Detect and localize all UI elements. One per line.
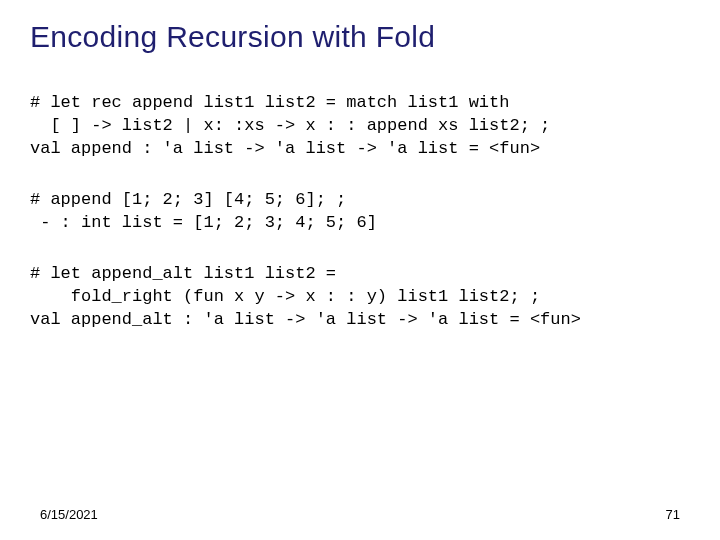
footer-date: 6/15/2021 <box>40 507 98 522</box>
code-block-3: # let append_alt list1 list2 = fold_righ… <box>30 263 690 332</box>
slide-title: Encoding Recursion with Fold <box>30 20 690 54</box>
code-block-2: # append [1; 2; 3] [4; 5; 6]; ; - : int … <box>30 189 690 235</box>
footer-page-number: 71 <box>666 507 680 522</box>
code-block-1: # let rec append list1 list2 = match lis… <box>30 92 690 161</box>
